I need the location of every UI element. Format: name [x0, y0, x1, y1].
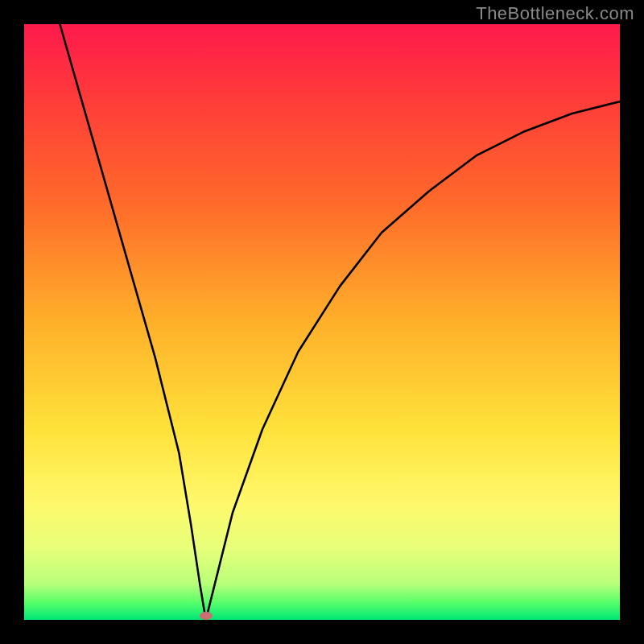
plot-area — [24, 24, 620, 620]
watermark-text: TheBottleneck.com — [476, 3, 634, 24]
optimum-marker — [200, 612, 213, 620]
bottleneck-curve — [24, 24, 620, 620]
chart-frame: TheBottleneck.com — [0, 0, 644, 644]
